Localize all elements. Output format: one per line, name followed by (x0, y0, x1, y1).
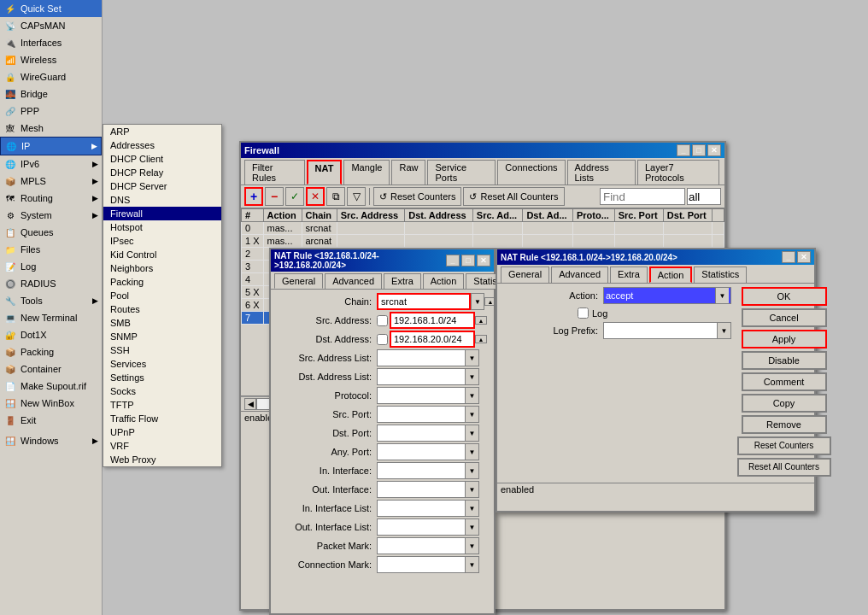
tab-filter-rules[interactable]: Filter Rules (244, 160, 305, 184)
nat2-close-btn[interactable]: ✕ (797, 251, 811, 263)
ok-button[interactable]: OK (742, 287, 827, 306)
submenu-item-tftp[interactable]: TFTP (103, 398, 221, 412)
sidebar-item-exit[interactable]: 🚪 Exit (0, 412, 102, 429)
submenu-item-addresses[interactable]: Addresses (103, 138, 221, 152)
submenu-item-snmp[interactable]: SNMP (103, 330, 221, 343)
sidebar-item-mpls[interactable]: 📦 MPLS ▶ (0, 173, 102, 190)
sidebar-item-routing[interactable]: 🗺 Routing ▶ (0, 190, 102, 207)
submenu-item-dhcp-relay[interactable]: DHCP Relay (103, 166, 221, 179)
submenu-item-kidcontrol[interactable]: Kid Control (103, 248, 221, 261)
tab-action-d1[interactable]: Action (423, 273, 465, 289)
nat-minimize-btn[interactable]: _ (446, 255, 460, 266)
packet-mark-combo[interactable]: ▼ (377, 537, 479, 554)
enable-button[interactable]: ✓ (285, 187, 304, 206)
submenu-item-ipsec[interactable]: IPsec (103, 234, 221, 248)
remove-button[interactable]: − (265, 187, 284, 206)
tab-raw[interactable]: Raw (391, 160, 425, 184)
tab-extra[interactable]: Extra (384, 273, 421, 289)
submenu-item-routes[interactable]: Routes (103, 302, 221, 316)
sidebar-item-supout[interactable]: 📄 Make Supout.rif (0, 378, 102, 395)
in-interface-combo[interactable]: ▼ (377, 462, 479, 479)
sidebar-item-interfaces[interactable]: 🔌 Interfaces (0, 34, 102, 51)
submenu-item-webproxy[interactable]: Web Proxy (103, 453, 221, 466)
chain-combo-btn[interactable]: ▼ (471, 293, 484, 310)
sidebar-item-files[interactable]: 📁 Files (0, 241, 102, 258)
tab-general-d2[interactable]: General (501, 266, 549, 283)
submenu-item-packing[interactable]: Packing (103, 275, 221, 289)
tab-advanced-d2[interactable]: Advanced (551, 266, 608, 283)
src-address-input[interactable] (390, 312, 475, 329)
submenu-item-upnp[interactable]: UPnP (103, 425, 221, 439)
tab-service-ports[interactable]: Service Ports (427, 160, 496, 184)
src-addr-list-combo[interactable]: ▼ (377, 349, 479, 366)
log-prefix-combo[interactable]: ▼ (603, 322, 731, 339)
sidebar-item-radius[interactable]: 🔘 RADIUS (0, 275, 102, 292)
submenu-item-arp[interactable]: ARP (103, 125, 221, 138)
nat2-minimize-btn[interactable]: _ (782, 251, 795, 263)
sidebar-item-queues[interactable]: 📋 Queues (0, 224, 102, 241)
sidebar-item-quickset[interactable]: ⚡ Quick Set (0, 0, 102, 17)
sidebar-item-dot1x[interactable]: 🔐 Dot1X (0, 326, 102, 343)
submenu-item-services[interactable]: Services (103, 357, 221, 371)
dst-addr-list-combo[interactable]: ▼ (377, 368, 479, 385)
scroll-left[interactable]: ◀ (244, 398, 256, 410)
sidebar-item-bridge[interactable]: 🌉 Bridge (0, 85, 102, 102)
sidebar-item-packing[interactable]: 📦 Packing (0, 343, 102, 360)
reset-all-counters-button[interactable]: ↺ Reset All Counters (463, 187, 564, 206)
cancel-button[interactable]: Cancel (742, 308, 827, 327)
submenu-item-dns[interactable]: DNS (103, 193, 221, 207)
tab-extra-d2[interactable]: Extra (610, 266, 648, 283)
chain-input[interactable] (377, 293, 471, 310)
out-interface-combo[interactable]: ▼ (377, 481, 479, 498)
sidebar-item-capsman[interactable]: 📡 CAPsMAN (0, 17, 102, 34)
any-port-combo[interactable]: ▼ (377, 443, 479, 460)
chain-scroll-up[interactable]: ▲ (484, 297, 494, 306)
sidebar-item-wireguard[interactable]: 🔒 WireGuard (0, 68, 102, 85)
copy-button[interactable]: ⧉ (326, 187, 345, 206)
reset-all-counters-button[interactable]: Reset All Counters (737, 458, 831, 477)
sidebar-item-wireless[interactable]: 📶 Wireless (0, 51, 102, 68)
sidebar-item-winbox[interactable]: 🪟 New WinBox (0, 395, 102, 412)
reset-counters-button[interactable]: Reset Counters (737, 436, 831, 455)
submenu-item-dhcp-client[interactable]: DHCP Client (103, 152, 221, 166)
filter-combo[interactable] (687, 188, 721, 205)
minimize-button[interactable]: _ (677, 144, 690, 156)
submenu-item-socks[interactable]: Socks (103, 384, 221, 398)
remove-button[interactable]: Remove (742, 415, 827, 434)
action-combo[interactable]: accept ▼ (603, 287, 731, 304)
submenu-item-ssh[interactable]: SSH (103, 343, 221, 357)
submenu-item-dhcp-server[interactable]: DHCP Server (103, 179, 221, 193)
sidebar-item-log[interactable]: 📝 Log (0, 258, 102, 275)
sidebar-item-ip[interactable]: 🌐 IP ▶ (0, 137, 102, 155)
protocol-combo[interactable]: ▼ (377, 387, 479, 404)
tab-advanced[interactable]: Advanced (325, 273, 382, 289)
sidebar-item-tools[interactable]: 🔧 Tools ▶ (0, 292, 102, 309)
in-iface-list-combo[interactable]: ▼ (377, 500, 479, 517)
table-row[interactable]: 1 X mas... arcnat (242, 235, 724, 248)
close-button[interactable]: ✕ (707, 144, 721, 156)
nat-close-btn[interactable]: ✕ (477, 255, 490, 266)
tab-action-d2[interactable]: Action (649, 266, 693, 283)
submenu-item-vrf[interactable]: VRF (103, 439, 221, 453)
comment-button[interactable]: Comment (742, 372, 827, 391)
reset-counters-button[interactable]: ↺ Reset Counters (373, 187, 461, 206)
apply-button[interactable]: Apply (742, 330, 827, 348)
sidebar-item-ppp[interactable]: 🔗 PPP (0, 102, 102, 120)
submenu-item-settings[interactable]: Settings (103, 371, 221, 384)
disable-button[interactable]: Disable (742, 351, 827, 370)
connection-mark-combo[interactable]: ▼ (377, 556, 479, 573)
log-checkbox[interactable] (578, 308, 589, 319)
dst-checkbox[interactable] (377, 334, 388, 345)
tab-statistics-d2[interactable]: Statistics (694, 266, 747, 283)
add-button[interactable]: + (244, 187, 263, 206)
submenu-item-neighbors[interactable]: Neighbors (103, 261, 221, 275)
tab-general[interactable]: General (274, 273, 323, 289)
submenu-item-trafficflow[interactable]: Traffic Flow (103, 412, 221, 425)
sidebar-item-ipv6[interactable]: 🌐 IPv6 ▶ (0, 155, 102, 173)
sidebar-item-container[interactable]: 📦 Container (0, 360, 102, 378)
copy-button[interactable]: Copy (742, 394, 827, 413)
tab-connections[interactable]: Connections (497, 160, 565, 184)
out-iface-list-combo[interactable]: ▼ (377, 518, 479, 536)
tab-mangle[interactable]: Mangle (343, 160, 390, 184)
disable-button[interactable]: ✕ (306, 187, 325, 206)
